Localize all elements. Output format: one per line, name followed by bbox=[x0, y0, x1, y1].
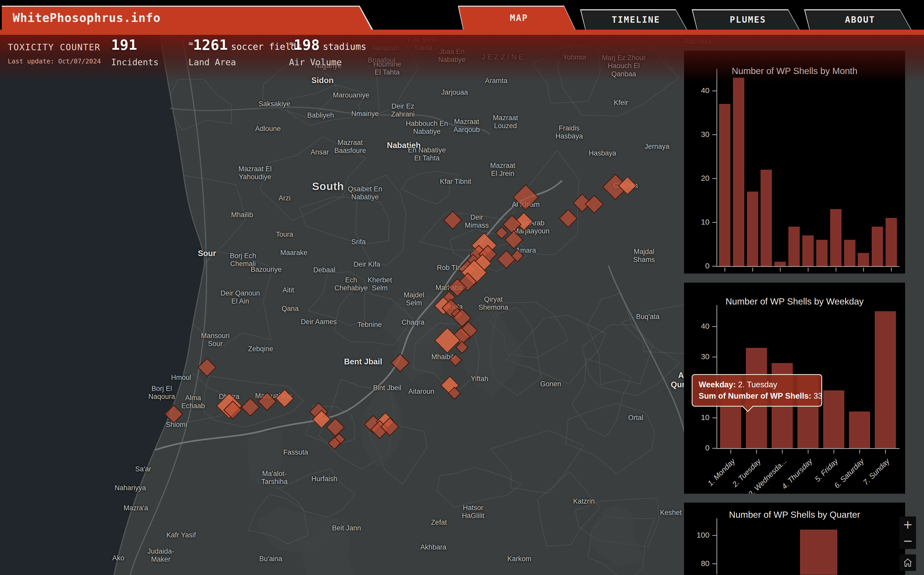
map-place-label: Borj El Naqoura bbox=[148, 385, 175, 401]
tab-plumes[interactable]: PLUMES bbox=[692, 9, 804, 30]
map-place-label: Chaqra bbox=[402, 318, 425, 326]
map-place-label: Zefat bbox=[431, 519, 447, 527]
map-place-label: Keshet bbox=[660, 509, 682, 517]
bar-C. December...[interactable] bbox=[747, 192, 758, 266]
y-tick bbox=[712, 418, 716, 418]
zoom-out-button[interactable]: − bbox=[900, 533, 916, 549]
map-place-label: Hasbaya bbox=[589, 149, 616, 157]
y-tick bbox=[712, 326, 716, 327]
bar-6. Saturday[interactable] bbox=[849, 411, 870, 448]
bar-G. April '2...[interactable] bbox=[802, 235, 814, 266]
y-tick-label: 30 bbox=[691, 130, 710, 139]
map-place-label: Judaida- Maker bbox=[148, 547, 174, 563]
tab-about[interactable]: ABOUT bbox=[804, 9, 916, 30]
map-place-label: Kafr Yasif bbox=[166, 531, 196, 539]
map-place-label: Yiftah bbox=[471, 375, 488, 383]
bar-7. Sunday[interactable] bbox=[875, 311, 896, 448]
map-place-label: Deir Aames bbox=[301, 318, 337, 326]
bar-N. October ...[interactable] bbox=[886, 218, 897, 266]
map-place-label: Bu'aina bbox=[259, 555, 282, 563]
map-zoom-control: + − bbox=[900, 516, 916, 549]
map-place-label: Mazraat Louzed bbox=[493, 114, 518, 130]
tab-map[interactable]: MAP bbox=[458, 6, 580, 30]
map-place-label: Ortal bbox=[628, 414, 643, 422]
map-place-label: Kfar Melki Saida bbox=[408, 36, 438, 52]
map-place-label: Fassuta bbox=[283, 448, 308, 456]
bar-E. February...[interactable] bbox=[775, 262, 786, 266]
map-place-label: Ako bbox=[112, 554, 124, 562]
map-boundary bbox=[491, 430, 583, 493]
y-axis bbox=[716, 518, 717, 574]
bar-J. June '24[interactable] bbox=[830, 209, 841, 266]
map-boundary bbox=[402, 172, 459, 204]
map-place-label: Karkom bbox=[507, 555, 531, 563]
zoom-in-button[interactable]: + bbox=[900, 516, 916, 533]
y-tick-label: 10 bbox=[691, 218, 710, 226]
x-tick bbox=[808, 450, 808, 454]
site-logo[interactable]: WhitePhosophrus.info bbox=[2, 6, 373, 30]
toxicity-counter: TOXICITY COUNTER Last update: Oct/07/202… bbox=[0, 35, 374, 81]
bar-G. April '2...[interactable] bbox=[816, 240, 827, 266]
y-tick-label: 40 bbox=[691, 322, 710, 330]
map-boundary bbox=[170, 79, 232, 130]
map-place-label: Deir Mimass bbox=[465, 213, 489, 229]
y-tick bbox=[712, 134, 716, 135]
map-place-label: Bent Jbail bbox=[344, 357, 382, 366]
x-tick bbox=[835, 268, 836, 272]
map-place-label: Zebqine bbox=[248, 345, 273, 353]
bar-5. Friday[interactable] bbox=[823, 391, 844, 448]
x-tick bbox=[752, 268, 753, 272]
map-place-label: Sour bbox=[198, 249, 216, 258]
y-tick bbox=[712, 357, 716, 357]
y-tick-label: 40 bbox=[691, 86, 710, 95]
map-place-label: Babliyeh bbox=[307, 112, 334, 120]
bar-E. February...[interactable] bbox=[788, 227, 800, 266]
map-place-label: Sa'ar bbox=[135, 465, 151, 473]
map-place-label: Aitaroun bbox=[408, 388, 434, 396]
map-home-button[interactable] bbox=[900, 554, 916, 571]
chart-panel-quarter: Number of WP Shells by Quarter10080 bbox=[684, 502, 905, 575]
map-place-label: Kfeir bbox=[614, 99, 628, 107]
bar-C. December...[interactable] bbox=[760, 170, 772, 266]
tab-label: PLUMES bbox=[692, 9, 804, 30]
map-place-label: Qana bbox=[281, 305, 298, 313]
map-place-label: Hmoul bbox=[171, 374, 191, 382]
y-tick-label: 0 bbox=[691, 262, 710, 270]
map-place-label: Ma'alot- Tarshiha bbox=[261, 470, 287, 486]
map-place-label: En Nabatiye Et Tahta bbox=[408, 146, 446, 162]
tab-label: ABOUT bbox=[804, 9, 916, 30]
map-place-label: Qsaibet En Nabatiye bbox=[348, 185, 382, 201]
chart-tooltip: Weekday: 2. Tuesday Sum of Number of WP … bbox=[692, 374, 822, 407]
map-place-label: Nahariyya bbox=[115, 484, 146, 492]
bar-q0[interactable] bbox=[800, 530, 837, 575]
tab-timeline[interactable]: TIMELINE bbox=[580, 9, 692, 30]
map-place-label: Bint Jbeil bbox=[373, 384, 402, 392]
bar-A. October ...[interactable] bbox=[719, 104, 730, 266]
x-tick bbox=[730, 450, 731, 454]
dashboard: ritAanqounKfar Melki SaidaJbaa En Nabati… bbox=[0, 0, 924, 575]
map-place-label: Adloune bbox=[255, 125, 281, 133]
map-place-label: Hatsor HaGlilit bbox=[462, 504, 484, 520]
bar-A. October ...[interactable] bbox=[733, 78, 744, 266]
map-place-label: Habbouch En Nabatiye bbox=[406, 120, 448, 136]
map-place-label: Akhbara bbox=[421, 543, 446, 551]
map-place-label: Mazraat Aarqoub bbox=[454, 118, 480, 134]
bar-L. August '...[interactable] bbox=[858, 253, 869, 266]
map-place-label: Fraidis Hasbaya bbox=[555, 124, 583, 140]
map-place-label: Nmairiye bbox=[351, 110, 379, 118]
map-place-label: Gonen bbox=[540, 380, 561, 388]
chart-panel-month: Number of WP Shells by Month010203040A. … bbox=[684, 51, 905, 273]
map-place-label: Mazraat El Jrein bbox=[490, 162, 515, 178]
map-place-label: Mazra'a bbox=[124, 504, 148, 512]
bar-L. August '...[interactable] bbox=[872, 227, 883, 266]
map-boundary bbox=[582, 325, 680, 396]
map-place-label: Mansouri Sour bbox=[201, 332, 230, 348]
map-place-label: South bbox=[312, 180, 344, 192]
bar-J. June '24[interactable] bbox=[844, 240, 856, 266]
x-tick bbox=[859, 450, 860, 454]
header-red-strip bbox=[0, 30, 924, 35]
map-place-label: Mazraat El Yahoudiye bbox=[238, 165, 272, 181]
map-place-label: Aitit bbox=[283, 286, 294, 294]
map-place-label: Mhailib bbox=[231, 211, 253, 219]
x-tick-label: 5. Friday bbox=[813, 457, 840, 483]
